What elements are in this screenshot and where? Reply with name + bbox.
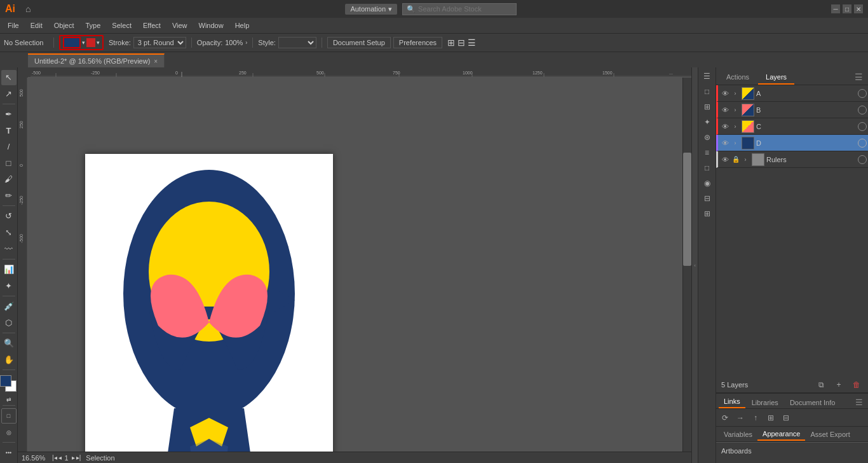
delete-layer-btn[interactable]: 🗑 [850, 378, 863, 391]
rect-tool[interactable]: □ [1, 156, 17, 171]
menu-icon[interactable]: ☰ [468, 38, 476, 48]
tab-document-info[interactable]: Document Info [785, 397, 841, 408]
tab-asset-export[interactable]: Asset Export [805, 429, 855, 440]
layer-B-expand[interactable]: › [731, 107, 740, 113]
layer-D-expand[interactable]: › [731, 140, 740, 146]
layer-row-B[interactable]: 👁 › B [716, 102, 868, 118]
layer-A-expand[interactable]: › [731, 90, 740, 97]
stock-search[interactable]: 🔍 [402, 3, 517, 15]
create-layer-btn[interactable]: + [832, 378, 845, 391]
stock-search-input[interactable] [418, 5, 507, 13]
layer-A-target[interactable] [858, 89, 867, 98]
image-trace-icon-btn[interactable]: ⊞ [701, 100, 714, 113]
prev-artboard-btn[interactable]: ◂ [58, 454, 62, 461]
scale-tool[interactable]: ⤡ [1, 225, 17, 240]
hand-tool[interactable]: ✋ [1, 352, 17, 367]
tab-actions[interactable]: Actions [719, 71, 757, 85]
tab-appearance[interactable]: Appearance [757, 428, 805, 441]
graph-tool[interactable]: 📊 [1, 262, 17, 277]
chevron-down-icon-fill[interactable]: ▾ [82, 39, 85, 46]
type-tool[interactable]: T [1, 123, 17, 139]
preferences-button[interactable]: Preferences [393, 37, 442, 48]
layer-rulers-visibility[interactable]: 👁 [719, 156, 731, 163]
layer-row-D[interactable]: 👁 › D [716, 135, 868, 151]
vertical-scrollbar[interactable] [682, 78, 691, 454]
fill-stroke-section[interactable]: ▾ ▾ [59, 35, 104, 50]
chevron-right-icon[interactable]: › [245, 39, 247, 46]
workspace-switcher[interactable]: Automation ▾ [345, 4, 397, 15]
tab-variables[interactable]: Variables [719, 429, 757, 440]
stroke-color-swatch[interactable] [86, 38, 95, 47]
layer-B-target[interactable] [858, 106, 867, 114]
panel-menu-icon[interactable]: ☰ [852, 69, 865, 85]
pencil-tool[interactable]: ✏ [1, 188, 17, 204]
normal-mode-btn[interactable]: □ [1, 408, 17, 424]
layer-D-target[interactable] [858, 139, 867, 148]
tab-close-button[interactable]: × [154, 58, 158, 65]
line-tool[interactable]: / [1, 139, 17, 155]
menu-select[interactable]: Select [107, 20, 137, 31]
layer-row-C[interactable]: 👁 › C [716, 118, 868, 135]
pen-tool[interactable]: ✒ [1, 107, 17, 122]
layer-rulers-expand[interactable]: › [741, 156, 750, 163]
paintbrush-tool[interactable]: 🖌 [1, 172, 17, 187]
transform-icon-btn[interactable]: ⊟ [701, 192, 714, 205]
home-icon[interactable]: ⌂ [25, 4, 31, 14]
panel-collapse-handle[interactable]: ‹ [691, 67, 698, 463]
recolor-icon-btn[interactable]: ⊛ [701, 131, 714, 144]
tab-libraries[interactable]: Libraries [747, 397, 783, 408]
layer-C-visibility[interactable]: 👁 [719, 123, 731, 130]
bottom-panel-menu-icon[interactable]: ☰ [853, 396, 865, 408]
layer-B-visibility[interactable]: 👁 [719, 106, 731, 114]
embed-btn[interactable]: ⊞ [764, 411, 777, 424]
more-tools-btn[interactable]: ••• [1, 445, 17, 460]
asset-export-icon-btn[interactable]: ⊞ [701, 207, 714, 220]
rotate-tool[interactable]: ↺ [1, 209, 17, 224]
last-artboard-btn[interactable]: ▸| [76, 454, 81, 461]
first-artboard-btn[interactable]: |◂ [52, 454, 57, 461]
next-artboard-btn[interactable]: ▸ [72, 454, 75, 461]
eyedropper-tool[interactable]: 💉 [1, 299, 17, 314]
stroke-value-select[interactable]: 3 pt. Round 1 pt. 2 pt. [133, 37, 186, 48]
blend-tool[interactable]: ⬡ [1, 315, 17, 330]
style-select[interactable] [278, 37, 316, 48]
update-link-btn[interactable]: ↑ [749, 411, 762, 424]
foreground-color-swatch[interactable] [0, 375, 11, 387]
pathfinder-icon-btn[interactable]: □ [701, 162, 714, 174]
make-sublayer-btn[interactable]: ⧉ [815, 378, 827, 391]
restore-button[interactable]: □ [843, 4, 851, 13]
document-tab[interactable]: Untitled-2* @ 16.56% (RGB/Preview) × [28, 53, 165, 67]
menu-type[interactable]: Type [81, 20, 106, 31]
layer-row-A[interactable]: 👁 › A [716, 85, 868, 102]
layer-C-target[interactable] [858, 122, 867, 131]
swap-colors-icon[interactable]: ⇄ [6, 396, 11, 403]
warp-tool[interactable]: 〰 [1, 241, 17, 256]
menu-edit[interactable]: Edit [25, 20, 48, 31]
minimize-button[interactable]: ─ [831, 4, 840, 13]
chevron-down-icon-stroke[interactable]: ▾ [97, 39, 100, 46]
selection-tool[interactable]: ↖ [1, 70, 17, 85]
menu-effect[interactable]: Effect [138, 20, 166, 31]
relink-btn[interactable]: ⟳ [719, 411, 731, 424]
align-icon[interactable]: ⊟ [458, 38, 465, 48]
goto-link-btn[interactable]: → [734, 411, 747, 424]
libraries-icon-btn[interactable]: ☰ [701, 70, 714, 83]
menu-view[interactable]: View [167, 20, 193, 31]
layer-rulers-target[interactable] [858, 155, 867, 164]
menu-window[interactable]: Window [194, 20, 229, 31]
layer-D-visibility[interactable]: 👁 [719, 139, 731, 147]
css-prop-icon-btn[interactable]: ◉ [701, 177, 714, 190]
puppet-warp-icon-btn[interactable]: ✦ [701, 116, 714, 128]
zoom-tool[interactable]: 🔍 [1, 336, 17, 351]
layer-A-visibility[interactable]: 👁 [719, 90, 731, 97]
fill-color-swatch[interactable] [63, 37, 81, 48]
align-icon-btn[interactable]: ≡ [701, 146, 714, 159]
drawing-modes-btn[interactable]: ◎ [1, 425, 17, 440]
menu-object[interactable]: Object [49, 20, 79, 31]
document-setup-button[interactable]: Document Setup [327, 37, 391, 48]
tab-links[interactable]: Links [719, 396, 745, 408]
layer-row-rulers[interactable]: 👁 🔒 › Rulers [716, 151, 868, 168]
close-button[interactable]: ✕ [854, 4, 863, 13]
menu-help[interactable]: Help [230, 20, 255, 31]
arrange-icon[interactable]: ⊞ [447, 38, 455, 48]
